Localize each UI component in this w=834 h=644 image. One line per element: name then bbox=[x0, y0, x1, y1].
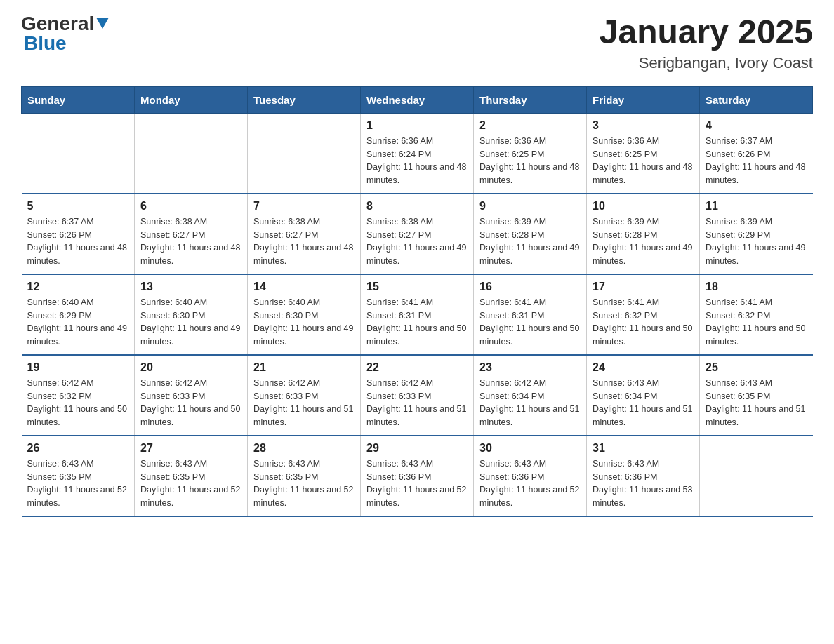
day-info: Sunrise: 6:38 AM Sunset: 6:27 PM Dayligh… bbox=[366, 215, 468, 268]
calendar-cell: 27Sunrise: 6:43 AM Sunset: 6:35 PM Dayli… bbox=[135, 436, 248, 516]
day-number: 9 bbox=[479, 200, 581, 213]
day-number: 27 bbox=[140, 442, 241, 455]
calendar-cell: 7Sunrise: 6:38 AM Sunset: 6:27 PM Daylig… bbox=[248, 194, 361, 274]
weekday-header-thursday: Thursday bbox=[474, 86, 587, 113]
calendar-cell bbox=[135, 113, 248, 194]
calendar-cell: 11Sunrise: 6:39 AM Sunset: 6:29 PM Dayli… bbox=[700, 194, 813, 274]
day-number: 22 bbox=[366, 361, 468, 374]
calendar-week-row: 5Sunrise: 6:37 AM Sunset: 6:26 PM Daylig… bbox=[22, 194, 813, 274]
day-number: 7 bbox=[253, 200, 355, 213]
day-info: Sunrise: 6:42 AM Sunset: 6:33 PM Dayligh… bbox=[253, 377, 355, 429]
day-info: Sunrise: 6:43 AM Sunset: 6:36 PM Dayligh… bbox=[366, 457, 468, 510]
day-number: 23 bbox=[479, 361, 581, 374]
calendar-week-row: 26Sunrise: 6:43 AM Sunset: 6:35 PM Dayli… bbox=[22, 436, 813, 516]
weekday-header-row: SundayMondayTuesdayWednesdayThursdayFrid… bbox=[22, 86, 813, 113]
calendar-cell: 24Sunrise: 6:43 AM Sunset: 6:34 PM Dayli… bbox=[587, 355, 700, 436]
calendar-cell: 8Sunrise: 6:38 AM Sunset: 6:27 PM Daylig… bbox=[361, 194, 474, 274]
day-number: 18 bbox=[706, 281, 807, 293]
calendar-cell: 3Sunrise: 6:36 AM Sunset: 6:25 PM Daylig… bbox=[587, 113, 700, 194]
day-number: 24 bbox=[593, 361, 694, 374]
logo-text-blue: Blue bbox=[24, 32, 67, 54]
calendar-cell: 31Sunrise: 6:43 AM Sunset: 6:36 PM Dayli… bbox=[587, 436, 700, 516]
day-info: Sunrise: 6:43 AM Sunset: 6:35 PM Dayligh… bbox=[27, 457, 129, 510]
day-info: Sunrise: 6:42 AM Sunset: 6:33 PM Dayligh… bbox=[140, 377, 241, 429]
day-info: Sunrise: 6:42 AM Sunset: 6:32 PM Dayligh… bbox=[27, 377, 129, 429]
day-number: 3 bbox=[593, 119, 694, 132]
day-number: 5 bbox=[27, 200, 129, 213]
calendar-cell: 4Sunrise: 6:37 AM Sunset: 6:26 PM Daylig… bbox=[700, 113, 813, 194]
logo: General Blue bbox=[21, 14, 109, 53]
day-info: Sunrise: 6:36 AM Sunset: 6:25 PM Dayligh… bbox=[479, 135, 581, 187]
calendar-cell: 29Sunrise: 6:43 AM Sunset: 6:36 PM Dayli… bbox=[361, 436, 474, 516]
day-info: Sunrise: 6:43 AM Sunset: 6:36 PM Dayligh… bbox=[479, 457, 581, 510]
calendar-cell: 1Sunrise: 6:36 AM Sunset: 6:24 PM Daylig… bbox=[361, 113, 474, 194]
calendar-cell: 18Sunrise: 6:41 AM Sunset: 6:32 PM Dayli… bbox=[700, 274, 813, 355]
day-info: Sunrise: 6:38 AM Sunset: 6:27 PM Dayligh… bbox=[253, 215, 355, 268]
day-number: 6 bbox=[140, 200, 241, 213]
calendar-cell: 2Sunrise: 6:36 AM Sunset: 6:25 PM Daylig… bbox=[474, 113, 587, 194]
day-info: Sunrise: 6:42 AM Sunset: 6:34 PM Dayligh… bbox=[479, 377, 581, 429]
calendar-cell: 16Sunrise: 6:41 AM Sunset: 6:31 PM Dayli… bbox=[474, 274, 587, 355]
calendar-week-row: 12Sunrise: 6:40 AM Sunset: 6:29 PM Dayli… bbox=[22, 274, 813, 355]
day-info: Sunrise: 6:41 AM Sunset: 6:32 PM Dayligh… bbox=[706, 296, 807, 349]
calendar-cell: 21Sunrise: 6:42 AM Sunset: 6:33 PM Dayli… bbox=[248, 355, 361, 436]
weekday-header-sunday: Sunday bbox=[22, 86, 135, 113]
day-info: Sunrise: 6:40 AM Sunset: 6:30 PM Dayligh… bbox=[253, 296, 355, 349]
day-number: 29 bbox=[366, 442, 468, 455]
day-info: Sunrise: 6:36 AM Sunset: 6:24 PM Dayligh… bbox=[366, 135, 468, 187]
calendar-cell: 28Sunrise: 6:43 AM Sunset: 6:35 PM Dayli… bbox=[248, 436, 361, 516]
day-number: 25 bbox=[706, 361, 807, 374]
calendar-cell: 10Sunrise: 6:39 AM Sunset: 6:28 PM Dayli… bbox=[587, 194, 700, 274]
day-number: 8 bbox=[366, 200, 468, 213]
day-info: Sunrise: 6:43 AM Sunset: 6:35 PM Dayligh… bbox=[253, 457, 355, 510]
weekday-header-saturday: Saturday bbox=[700, 86, 813, 113]
day-info: Sunrise: 6:39 AM Sunset: 6:29 PM Dayligh… bbox=[706, 215, 807, 268]
day-number: 17 bbox=[593, 281, 694, 293]
day-info: Sunrise: 6:43 AM Sunset: 6:35 PM Dayligh… bbox=[706, 377, 807, 429]
page-title: January 2025 bbox=[600, 14, 813, 51]
day-number: 26 bbox=[27, 442, 129, 455]
day-number: 31 bbox=[593, 442, 694, 455]
calendar-cell: 14Sunrise: 6:40 AM Sunset: 6:30 PM Dayli… bbox=[248, 274, 361, 355]
day-number: 19 bbox=[27, 361, 129, 374]
page-header: General Blue January 2025 Serigbangan, I… bbox=[21, 14, 813, 72]
day-info: Sunrise: 6:42 AM Sunset: 6:33 PM Dayligh… bbox=[366, 377, 468, 429]
calendar-cell: 9Sunrise: 6:39 AM Sunset: 6:28 PM Daylig… bbox=[474, 194, 587, 274]
calendar-cell: 25Sunrise: 6:43 AM Sunset: 6:35 PM Dayli… bbox=[700, 355, 813, 436]
weekday-header-wednesday: Wednesday bbox=[361, 86, 474, 113]
calendar-week-row: 1Sunrise: 6:36 AM Sunset: 6:24 PM Daylig… bbox=[22, 113, 813, 194]
day-number: 15 bbox=[366, 281, 468, 293]
calendar-cell: 12Sunrise: 6:40 AM Sunset: 6:29 PM Dayli… bbox=[22, 274, 135, 355]
day-info: Sunrise: 6:41 AM Sunset: 6:31 PM Dayligh… bbox=[479, 296, 581, 349]
calendar-cell: 23Sunrise: 6:42 AM Sunset: 6:34 PM Dayli… bbox=[474, 355, 587, 436]
calendar-cell bbox=[248, 113, 361, 194]
calendar-cell: 26Sunrise: 6:43 AM Sunset: 6:35 PM Dayli… bbox=[22, 436, 135, 516]
day-number: 1 bbox=[366, 119, 468, 132]
day-info: Sunrise: 6:37 AM Sunset: 6:26 PM Dayligh… bbox=[27, 215, 129, 268]
weekday-header-tuesday: Tuesday bbox=[248, 86, 361, 113]
day-number: 14 bbox=[253, 281, 355, 293]
day-info: Sunrise: 6:43 AM Sunset: 6:36 PM Dayligh… bbox=[593, 457, 694, 510]
day-info: Sunrise: 6:38 AM Sunset: 6:27 PM Dayligh… bbox=[140, 215, 241, 268]
calendar-cell: 30Sunrise: 6:43 AM Sunset: 6:36 PM Dayli… bbox=[474, 436, 587, 516]
day-info: Sunrise: 6:37 AM Sunset: 6:26 PM Dayligh… bbox=[706, 135, 807, 187]
day-number: 4 bbox=[706, 119, 807, 132]
day-info: Sunrise: 6:39 AM Sunset: 6:28 PM Dayligh… bbox=[479, 215, 581, 268]
day-info: Sunrise: 6:43 AM Sunset: 6:35 PM Dayligh… bbox=[140, 457, 241, 510]
day-info: Sunrise: 6:41 AM Sunset: 6:32 PM Dayligh… bbox=[593, 296, 694, 349]
day-number: 11 bbox=[706, 200, 807, 213]
calendar-cell: 20Sunrise: 6:42 AM Sunset: 6:33 PM Dayli… bbox=[135, 355, 248, 436]
day-info: Sunrise: 6:40 AM Sunset: 6:29 PM Dayligh… bbox=[27, 296, 129, 349]
day-number: 30 bbox=[479, 442, 581, 455]
day-info: Sunrise: 6:36 AM Sunset: 6:25 PM Dayligh… bbox=[593, 135, 694, 187]
title-block: January 2025 Serigbangan, Ivory Coast bbox=[600, 14, 813, 72]
day-number: 21 bbox=[253, 361, 355, 374]
day-info: Sunrise: 6:43 AM Sunset: 6:34 PM Dayligh… bbox=[593, 377, 694, 429]
calendar-cell: 22Sunrise: 6:42 AM Sunset: 6:33 PM Dayli… bbox=[361, 355, 474, 436]
calendar-cell: 17Sunrise: 6:41 AM Sunset: 6:32 PM Dayli… bbox=[587, 274, 700, 355]
calendar-cell: 15Sunrise: 6:41 AM Sunset: 6:31 PM Dayli… bbox=[361, 274, 474, 355]
calendar-cell bbox=[22, 113, 135, 194]
calendar-cell: 19Sunrise: 6:42 AM Sunset: 6:32 PM Dayli… bbox=[22, 355, 135, 436]
day-info: Sunrise: 6:39 AM Sunset: 6:28 PM Dayligh… bbox=[593, 215, 694, 268]
day-number: 16 bbox=[479, 281, 581, 293]
